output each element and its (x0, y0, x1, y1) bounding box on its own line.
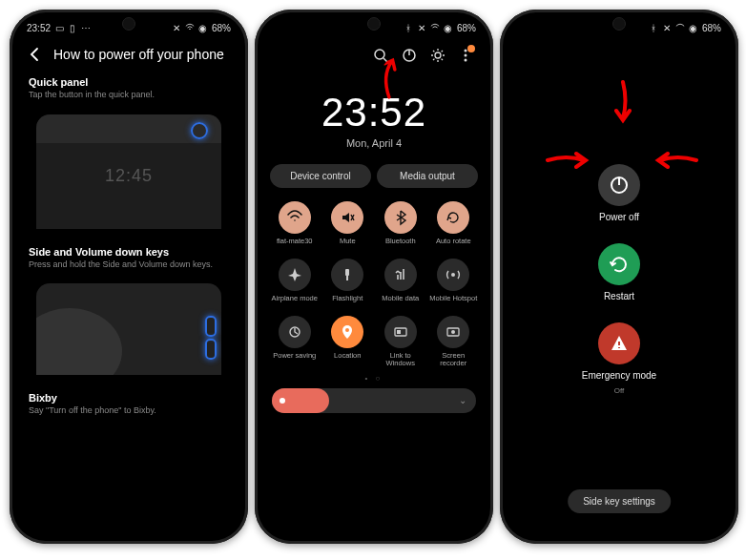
phone-quick-panel: ᚼ ✕ ◉ 68% 23:52 Mon, April 4 Device cont… (255, 10, 493, 544)
phone-settings-help: 23:52 ▭ ▯ ⋯ ✕ ◉ 68% How to power off you… (10, 10, 248, 544)
svg-rect-11 (397, 330, 401, 334)
hotspot-icon (437, 259, 469, 291)
leaf-icon (279, 316, 311, 348)
power-menu-label: Emergency mode (582, 370, 656, 381)
page-title: How to power off your phone (53, 47, 224, 62)
link-icon (384, 316, 417, 348)
phone-power-menu: ᚼ ✕ ◉ 68% Power offRestartEmergency mode… (500, 10, 738, 544)
power-menu-label: Restart (604, 291, 634, 301)
wifi-icon (430, 23, 440, 32)
qs-tile-flash[interactable]: Flashlight (323, 259, 373, 310)
battery-pct: 68% (457, 23, 476, 33)
svg-point-9 (345, 328, 349, 332)
gear-icon[interactable] (430, 48, 446, 63)
annotation-arrow (609, 80, 637, 128)
qs-tile-pin[interactable]: Location (323, 316, 373, 368)
qs-tile-plane[interactable]: Airplane mode (270, 259, 320, 310)
mute-icon (331, 201, 363, 234)
quick-settings-grid: flat-mate30MuteBluetoothAuto rotateAirpl… (260, 196, 487, 374)
side-key-highlight (205, 339, 217, 360)
plane-icon (279, 259, 311, 291)
qs-tile-label: Flashlight (332, 295, 363, 310)
svg-point-3 (465, 50, 467, 52)
brightness-slider[interactable]: ⌄ (272, 388, 476, 413)
alert-icon (598, 322, 640, 364)
section-body: Tap the button in the quick panel. (15, 90, 242, 107)
qs-tile-hotspot[interactable]: Mobile Hotspot (429, 259, 479, 310)
side-key-settings-button[interactable]: Side key settings (568, 489, 671, 513)
more-icon[interactable] (459, 48, 472, 63)
qs-tile-label: Location (334, 352, 361, 367)
qs-tile-label: Mute (340, 238, 356, 253)
power-highlight-ring (191, 122, 208, 139)
power-menu-label: Power off (599, 212, 639, 222)
media-output-button[interactable]: Media output (377, 164, 478, 188)
qs-tile-label: Power saving (273, 352, 316, 367)
power-menu-sublabel: Off (614, 386, 625, 396)
qs-tile-link[interactable]: Link to Windows (376, 316, 425, 368)
page-indicator: • ○ (260, 374, 487, 383)
qs-tile-rotate[interactable]: Auto rotate (429, 201, 479, 253)
camera-notch (612, 17, 626, 31)
qs-tile-mute[interactable]: Mute (323, 201, 373, 253)
section-body: Press and hold the Side and Volume down … (15, 259, 242, 277)
bt-icon (384, 201, 417, 234)
bluetooth-icon: ᚼ (649, 23, 658, 32)
mdata-icon (384, 259, 417, 291)
power-menu-alert[interactable]: Emergency modeOff (582, 322, 656, 396)
qs-tile-rec[interactable]: Screen recorder (429, 316, 479, 368)
svg-point-5 (465, 59, 467, 62)
qs-tile-label: Screen recorder (429, 352, 479, 368)
qs-tile-label: flat-mate30 (277, 238, 313, 253)
power-icon (598, 164, 640, 206)
volume-highlight (205, 316, 217, 337)
quick-panel-illustration: 12:45 (36, 114, 221, 229)
mock-clock: 12:45 (105, 166, 153, 186)
svg-point-2 (435, 52, 441, 58)
qs-tile-wifi[interactable]: flat-mate30 (270, 201, 320, 253)
qs-tile-bt[interactable]: Bluetooth (376, 201, 425, 253)
notification-badge (467, 45, 475, 52)
notif-icon: ⋯ (81, 23, 91, 32)
camera-notch (122, 17, 135, 31)
flash-icon (331, 259, 363, 291)
power-menu-restart[interactable]: Restart (598, 243, 640, 301)
power-menu-power[interactable]: Power off (598, 164, 640, 222)
restart-icon (598, 243, 640, 285)
notif-icon: ▭ (54, 23, 64, 32)
section-heading: Side and Volume down keys (15, 239, 242, 259)
panel-time: 23:52 (260, 90, 487, 135)
bluetooth-icon: ᚼ (404, 23, 413, 32)
qs-tile-label: Link to Windows (376, 352, 425, 368)
chevron-down-icon[interactable]: ⌄ (459, 395, 466, 405)
vibrate-icon: ✕ (172, 23, 181, 32)
side-keys-illustration (36, 283, 221, 375)
vibrate-icon: ✕ (662, 23, 672, 32)
vibrate-icon: ✕ (417, 23, 426, 32)
battery-icon: ◉ (198, 23, 208, 32)
rotate-icon (437, 201, 469, 234)
svg-point-0 (375, 50, 384, 59)
svg-point-13 (451, 330, 455, 334)
search-icon[interactable] (373, 48, 388, 63)
pin-icon (331, 316, 363, 348)
section-heading: Quick panel (15, 69, 242, 90)
panel-clock: 23:52 Mon, April 4 (260, 90, 487, 149)
svg-point-7 (451, 273, 455, 277)
qs-tile-label: Mobile data (382, 295, 419, 310)
svg-rect-6 (345, 269, 349, 276)
qs-tile-mdata[interactable]: Mobile data (376, 259, 425, 310)
svg-point-4 (465, 54, 467, 57)
camera-notch (367, 17, 381, 31)
back-icon[interactable] (27, 46, 44, 63)
device-control-button[interactable]: Device control (270, 164, 371, 188)
battery-icon: ◉ (689, 23, 698, 32)
power-menu: Power offRestartEmergency modeOff (506, 164, 733, 396)
power-icon[interactable] (402, 48, 417, 63)
wifi-icon (675, 23, 685, 32)
notif-icon: ▯ (68, 23, 77, 32)
qs-tile-label: Bluetooth (385, 238, 416, 253)
qs-tile-label: Auto rotate (436, 238, 471, 253)
qs-tile-leaf[interactable]: Power saving (270, 316, 320, 368)
wifi-icon (185, 23, 195, 32)
